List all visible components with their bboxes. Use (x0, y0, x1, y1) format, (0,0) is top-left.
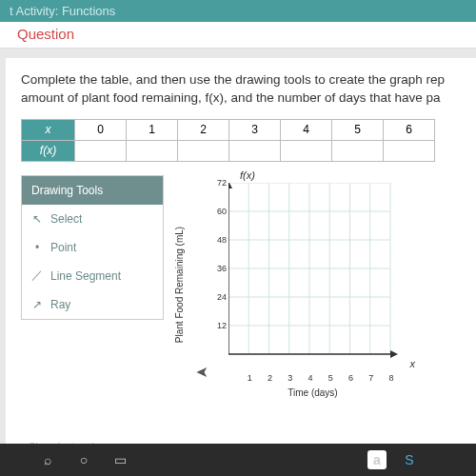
y-tick: 12 (213, 321, 227, 330)
y-tick: 72 (213, 178, 227, 188)
fx-cell[interactable] (384, 140, 435, 161)
amazon-icon[interactable]: a (367, 450, 387, 469)
windows-taskbar: ⌕ ○ ▭ a S (0, 444, 476, 476)
ray-icon: ↗ (31, 299, 43, 310)
question-bar: Question (0, 22, 476, 49)
graph-area[interactable]: f(x) x Plant Food Remaining (mL) Time (d… (192, 175, 411, 394)
x-cell: 1 (127, 119, 178, 140)
activity-header: t Activity: Functions (0, 0, 476, 22)
taskview-icon[interactable]: ▭ (110, 450, 129, 469)
y-tick: 48 (213, 235, 227, 245)
x-tick: 7 (367, 373, 376, 383)
tool-label: Select (50, 212, 82, 226)
fx-cell[interactable] (281, 140, 332, 161)
work-area: Drawing Tools ↖ Select • Point ／ Line Se… (21, 175, 461, 394)
tool-label: Line Segment (50, 269, 121, 283)
y-tick: 24 (213, 292, 227, 302)
y-axis-label: Plant Food Remaining (mL) (174, 227, 185, 343)
x-cell: 5 (332, 119, 384, 140)
activity-title: t Activity: Functions (10, 4, 115, 18)
skype-icon[interactable]: S (400, 450, 419, 469)
x-tick: 8 (387, 373, 396, 383)
x-cell: 0 (75, 119, 127, 140)
tool-line-segment[interactable]: ／ Line Segment (22, 262, 163, 290)
mouse-cursor-icon: ➤ (196, 363, 208, 381)
tool-label: Ray (50, 298, 70, 311)
row-x-head: x (22, 119, 75, 140)
x-tick: 1 (245, 373, 254, 383)
svg-marker-19 (390, 350, 398, 358)
search-icon[interactable]: ⌕ (38, 450, 57, 469)
x-tick: 5 (326, 373, 335, 383)
fx-cell[interactable] (178, 140, 229, 161)
cortana-icon[interactable]: ○ (74, 450, 93, 469)
x-cell: 6 (384, 119, 435, 140)
x-cell: 3 (229, 119, 281, 140)
x-tick: 3 (286, 373, 295, 383)
x-tick: 4 (306, 373, 315, 383)
table-row-fx: f(x) (22, 140, 435, 161)
x-axis-symbol: x (410, 358, 416, 369)
x-tick: 6 (347, 373, 356, 383)
point-icon: • (31, 242, 43, 253)
fx-cell[interactable] (332, 140, 384, 161)
cursor-icon: ↖ (31, 213, 43, 225)
row-fx-head: f(x) (22, 140, 75, 161)
table-row-x: x 0 1 2 3 4 5 6 (22, 119, 435, 140)
content-card: Complete the table, and then use the dra… (6, 58, 476, 458)
fx-cell[interactable] (229, 140, 281, 161)
chart-grid (228, 183, 400, 368)
function-table: x 0 1 2 3 4 5 6 f(x) (21, 119, 435, 162)
fx-cell[interactable] (75, 140, 127, 161)
x-tick: 2 (266, 373, 275, 383)
tool-select[interactable]: ↖ Select (22, 205, 163, 233)
tool-label: Point (50, 241, 76, 254)
question-label: Question (17, 26, 74, 42)
y-tick: 60 (213, 207, 227, 216)
svg-marker-18 (228, 183, 232, 188)
tool-ray[interactable]: ↗ Ray (22, 290, 163, 319)
y-tick: 36 (213, 264, 227, 273)
instruction-text: Complete the table, and then use the dra… (21, 71, 461, 108)
fx-axis-symbol: f(x) (240, 169, 255, 181)
fx-cell[interactable] (127, 140, 178, 161)
tool-point[interactable]: • Point (22, 233, 163, 262)
drawing-tools-panel: Drawing Tools ↖ Select • Point ／ Line Se… (21, 175, 164, 320)
segment-icon: ／ (31, 270, 43, 282)
x-axis-label: Time (days) (288, 387, 337, 398)
tools-title: Drawing Tools (22, 176, 163, 205)
x-cell: 4 (281, 119, 332, 140)
x-cell: 2 (178, 119, 229, 140)
